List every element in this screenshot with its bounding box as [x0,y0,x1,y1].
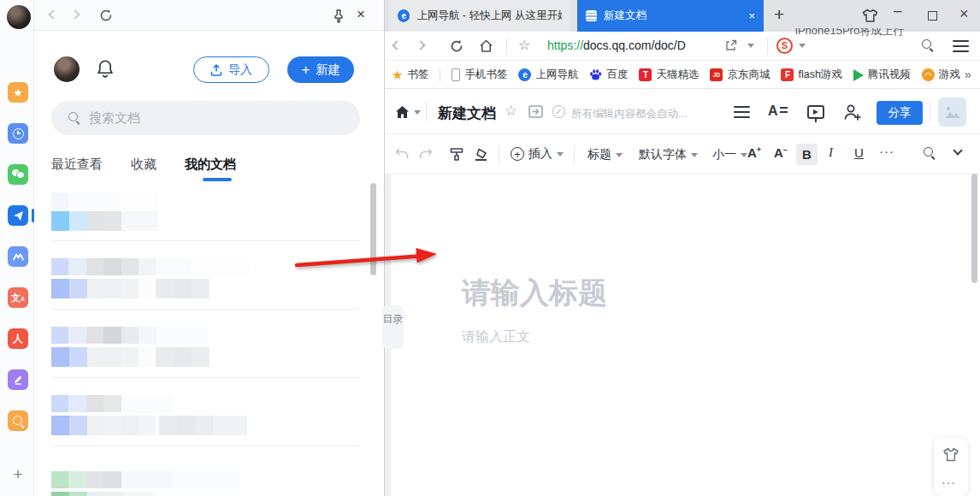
skin-theme-icon[interactable] [862,9,878,23]
bold-button[interactable]: B [796,144,818,165]
dropdown-caret-icon[interactable] [747,44,754,48]
doc-list-tab-1[interactable]: 收藏 [131,156,156,173]
pin-icon[interactable] [332,9,345,23]
add-collaborator-icon[interactable] [843,103,862,121]
favorite-star-icon[interactable]: ☆ [505,102,517,120]
move-to-folder-icon[interactable] [528,105,543,118]
home-caret-icon[interactable] [414,110,421,115]
doc-title[interactable]: 新建文档 [438,103,496,123]
refresh-icon[interactable] [450,39,463,53]
clear-format-icon[interactable] [474,147,488,162]
heading-select[interactable]: 标题 [587,147,623,162]
search-app-icon[interactable] [8,410,28,431]
bookmarks-overflow-icon[interactable]: » [965,68,971,81]
doc-list-item[interactable] [51,451,359,496]
history-icon[interactable] [8,123,28,144]
home-icon[interactable] [479,38,493,53]
bookmark-item[interactable]: ★书签 [392,68,428,83]
browser-tab-navigation[interactable]: e 上网导航 - 轻快上网 从这里开始 [389,0,570,32]
pdf-reader-icon[interactable]: 人 [8,328,28,349]
doc-list-item[interactable] [51,382,359,446]
doc-list-tab-2[interactable]: 我的文档 [185,156,236,173]
notes-icon[interactable] [8,369,28,390]
tab-title: 新建文档 [604,9,741,23]
bookmark-item[interactable]: JD京东商城 [710,68,770,82]
minimize-icon[interactable]: – [894,3,901,20]
find-in-doc-icon[interactable] [924,147,936,159]
font-size-select[interactable]: 小一 [712,147,747,162]
bookmark-item[interactable]: 腾讯视频 [853,68,911,82]
text-style-icon[interactable]: A [768,103,788,119]
browser-tabbar: e 上网导航 - 轻快上网 从这里开始 新建文档 × + – × [385,0,980,32]
browser-tab-new-doc[interactable]: 新建文档 × [577,0,764,32]
doc-title-placeholder[interactable]: 请输入标题 [462,274,607,313]
sidebar-avatar[interactable] [7,5,31,29]
autosave-check-icon: ✓ [552,105,565,118]
share-page-icon[interactable] [725,39,737,51]
new-tab-button[interactable]: + [774,4,784,25]
doc-body-placeholder[interactable]: 请输入正文 [462,328,530,346]
forward-icon[interactable] [416,40,425,50]
tab-close-icon[interactable]: × [748,9,755,22]
increase-font-icon[interactable]: A+ [747,145,761,160]
italic-button[interactable]: I [829,145,833,160]
present-mode-icon[interactable] [807,105,824,119]
bookmark-item[interactable]: 手机书签 [452,68,507,82]
back-icon[interactable] [392,40,401,50]
browser-menu-icon[interactable] [953,40,969,52]
back-icon[interactable] [48,9,57,19]
redo-icon[interactable] [419,148,433,160]
forward-icon[interactable] [70,9,80,19]
add-app-icon[interactable]: + [10,467,26,482]
wechat-icon[interactable] [8,164,28,185]
notifications-bell-icon[interactable] [96,58,115,80]
doc-list-item[interactable] [51,245,359,310]
new-doc-button[interactable]: + 新建 [287,56,354,83]
undo-icon[interactable] [395,148,409,160]
user-avatar[interactable] [54,56,80,82]
search-input[interactable]: 搜索文档 [51,101,360,135]
sogou-caret-icon[interactable] [799,44,806,48]
collapse-toolbar-icon[interactable] [953,145,962,155]
insert-button[interactable]: + 插入 [511,146,564,162]
blurred-text-row [51,258,251,275]
skin-theme-icon[interactable] [942,447,959,462]
bookmark-star-icon[interactable]: ☆ [518,37,530,53]
page-search-icon[interactable] [922,39,934,51]
sogou-icon[interactable]: S [776,38,793,54]
share-button[interactable]: 分享 [877,101,923,125]
decrease-font-icon[interactable]: A– [774,145,788,160]
import-button[interactable]: 导入 [193,56,269,83]
underline-button[interactable]: U [854,145,864,160]
close-panel-icon[interactable]: × [357,6,365,23]
doc-scrollbar[interactable] [971,174,977,283]
address-bar[interactable]: https://docs.qq.com/doc/D [547,38,686,52]
mail-icon[interactable] [8,246,28,267]
url-protocol: https:// [547,38,583,52]
bookmark-item[interactable]: e上网导航 [518,68,578,82]
doc-user-avatar[interactable] [938,97,966,127]
doc-list-tab-0[interactable]: 最近查看 [51,156,103,173]
bookmark-item[interactable]: T天猫精选 [639,68,699,82]
bookmark-item[interactable]: ◠游戏 [922,68,960,82]
translate-icon[interactable]: 文A [8,287,28,308]
doc-home-icon[interactable] [395,105,410,119]
more-options-icon[interactable]: ··· [942,475,956,489]
bookmark-item[interactable]: Fflash游戏 [781,68,841,82]
format-painter-icon[interactable] [450,147,463,162]
maximize-icon[interactable] [928,11,937,21]
doc-list-item[interactable] [51,190,359,241]
left-panel-scrollbar[interactable] [370,183,376,275]
outline-menu-icon[interactable] [734,106,750,118]
favorites-icon[interactable]: ★ [8,82,28,103]
font-select[interactable]: 默认字体 [639,147,698,162]
more-formats-icon[interactable]: ··· [879,144,894,158]
close-window-icon[interactable]: × [959,5,969,23]
outline-toggle-tab[interactable]: 目录 [382,305,404,349]
plus-circle-icon: + [511,147,524,161]
blurred-text-row [51,211,158,231]
refresh-icon[interactable] [99,9,113,22]
tencent-docs-icon[interactable] [8,205,28,226]
bookmark-item[interactable]: 百度 [589,68,628,82]
doc-list-item[interactable] [51,314,359,378]
